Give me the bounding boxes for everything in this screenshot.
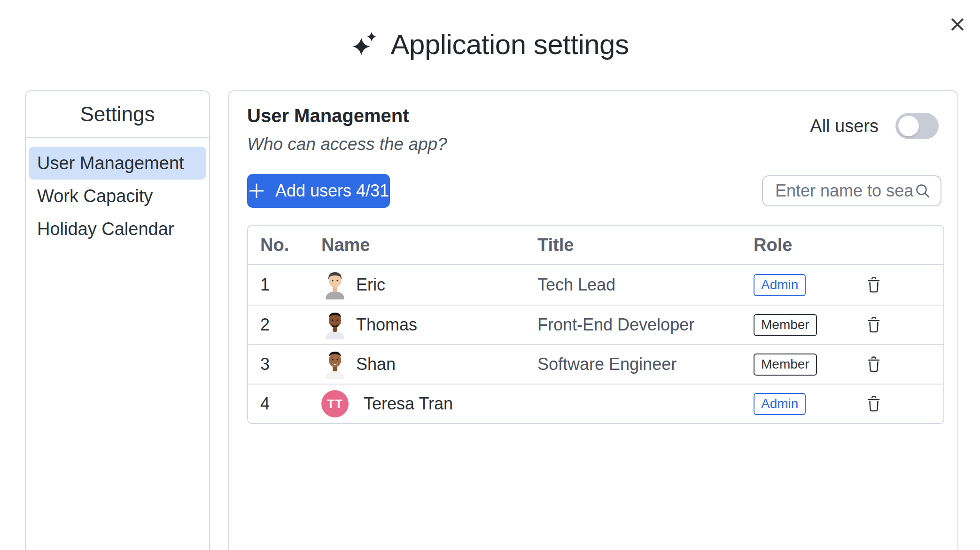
row-number: 4 [260, 394, 321, 414]
sidebar-header: Settings [26, 91, 209, 138]
sidebar-item-holiday-calendar[interactable]: Holiday Calendar [29, 212, 206, 245]
column-header-name: Name [321, 235, 537, 255]
role-badge[interactable]: Member [754, 354, 817, 376]
table-row: 3 Shan Software Engineer [248, 344, 943, 384]
user-name: Thomas [356, 315, 417, 335]
application-settings-dialog: Application settings Settings User Manag… [0, 0, 980, 550]
toolbar: Add users 4/31 [247, 174, 941, 208]
column-header-title: Title [537, 235, 754, 255]
table-header-row: No. Name Title Role [248, 226, 943, 265]
search-input[interactable] [775, 181, 914, 201]
users-table: No. Name Title Role 1 [247, 225, 944, 424]
table-row: 1 Eric Tech Lead Admin [248, 265, 943, 305]
sidebar-item-user-management[interactable]: User Management [29, 147, 206, 180]
user-avatar [321, 350, 349, 379]
sidebar-item-work-capacity[interactable]: Work Capacity [29, 180, 206, 212]
trash-icon [866, 316, 881, 333]
all-users-label: All users [810, 116, 879, 136]
sparkles-icon [351, 31, 379, 58]
user-title: Software Engineer [537, 354, 754, 374]
all-users-toggle[interactable] [895, 113, 939, 139]
column-header-no: No. [260, 235, 321, 255]
delete-user-button[interactable] [863, 314, 884, 335]
page-title: Application settings [391, 29, 629, 60]
user-name: Shan [356, 354, 396, 374]
trash-icon [866, 395, 881, 412]
delete-user-button[interactable] [863, 354, 884, 375]
column-header-role: Role [754, 235, 843, 255]
add-users-label: Add users 4/31 [275, 181, 389, 201]
row-number: 2 [260, 315, 321, 335]
all-users-control: All users [810, 113, 939, 139]
sidebar-header-label: Settings [80, 102, 155, 126]
user-name: Teresa Tran [364, 394, 453, 414]
role-badge[interactable]: Admin [754, 274, 806, 296]
sidebar-item-label: User Management [37, 153, 184, 173]
user-title: Front-End Developer [537, 315, 754, 335]
row-number: 3 [260, 354, 321, 374]
user-avatar [321, 310, 349, 339]
user-title: Tech Lead [537, 275, 754, 295]
user-avatar [321, 270, 349, 299]
user-management-panel: User Management Who can access the app? … [228, 90, 958, 550]
search-icon[interactable] [914, 182, 931, 199]
delete-user-button[interactable] [863, 275, 884, 295]
plus-icon [248, 182, 265, 199]
sidebar-nav: User Management Work Capacity Holiday Ca… [26, 138, 209, 245]
sidebar-item-label: Holiday Calendar [37, 219, 174, 239]
delete-user-button[interactable] [863, 393, 884, 414]
table-row: 2 Thomas Front-End Develop [248, 305, 943, 344]
row-number: 1 [260, 275, 321, 295]
role-badge[interactable]: Admin [754, 393, 806, 415]
role-badge[interactable]: Member [754, 314, 817, 336]
toggle-knob [898, 116, 919, 136]
table-row: 4 TT Teresa Tran Admin [248, 384, 943, 423]
sidebar-item-label: Work Capacity [37, 186, 153, 206]
trash-icon [866, 276, 881, 293]
settings-sidebar: Settings User Management Work Capacity H… [25, 90, 210, 550]
dialog-title: Application settings [0, 29, 980, 60]
user-name: Eric [356, 275, 385, 295]
user-avatar: TT [321, 390, 349, 417]
search-box [762, 175, 941, 206]
add-users-button[interactable]: Add users 4/31 [247, 174, 390, 208]
trash-icon [866, 356, 881, 373]
